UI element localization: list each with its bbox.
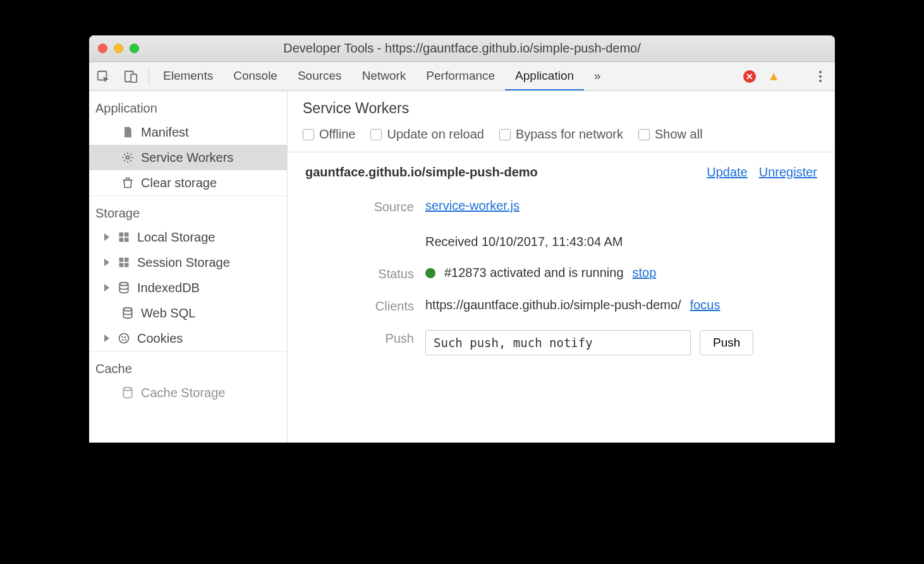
clients-label: Clients (305, 298, 425, 314)
offline-checkbox[interactable]: Offline (303, 127, 355, 142)
svg-point-12 (119, 283, 128, 286)
show-all-checkbox[interactable]: Show all (638, 127, 703, 142)
cookie-icon (117, 332, 131, 345)
status-text: #12873 activated and is running (444, 266, 624, 280)
client-url: https://gauntface.github.io/simple-push-… (425, 298, 681, 312)
sidebar-item-label: Cookies (137, 331, 183, 346)
sidebar-section-storage: Storage (89, 195, 287, 224)
tab-network[interactable]: Network (352, 62, 416, 90)
tab-console[interactable]: Console (223, 62, 288, 90)
more-menu-icon[interactable] (811, 71, 830, 82)
devtools-window: Developer Tools - https://gauntface.gith… (89, 35, 835, 443)
svg-rect-11 (125, 263, 129, 267)
tab-performance[interactable]: Performance (416, 62, 505, 90)
sidebar-item-session-storage[interactable]: Session Storage (89, 250, 287, 275)
svg-point-17 (122, 339, 124, 341)
titlebar: Developer Tools - https://gauntface.gith… (89, 35, 835, 62)
sidebar-item-web-sql[interactable]: Web SQL (89, 300, 287, 326)
service-worker-options: Offline Update on reload Bypass for netw… (303, 127, 820, 142)
focus-link[interactable]: focus (690, 298, 720, 312)
panel-header: Service Workers Offline Update on reload… (288, 91, 835, 152)
tab-application[interactable]: Application (505, 62, 584, 90)
sidebar-item-label: Session Storage (137, 255, 230, 270)
grid-icon (117, 231, 131, 243)
separator (149, 67, 149, 85)
svg-rect-8 (119, 258, 124, 262)
caret-right-icon (104, 334, 109, 342)
sidebar-item-label: Clear storage (141, 176, 217, 190)
update-link[interactable]: Update (707, 165, 748, 180)
device-toolbar-icon[interactable] (117, 62, 145, 90)
svg-rect-5 (125, 233, 129, 237)
database-icon (117, 281, 131, 294)
svg-point-18 (125, 339, 126, 341)
sw-origin: gauntface.github.io/simple-push-demo (305, 165, 538, 180)
svg-rect-2 (131, 74, 137, 82)
sidebar-item-service-workers[interactable]: Service Workers (89, 145, 287, 170)
sidebar-item-label: Local Storage (137, 230, 215, 245)
push-input[interactable] (425, 330, 691, 355)
inspect-element-icon[interactable] (89, 62, 117, 90)
status-dot-icon (425, 268, 435, 278)
database-icon (121, 386, 135, 399)
svg-point-15 (121, 336, 123, 338)
sidebar-item-manifest[interactable]: Manifest (89, 120, 287, 145)
sidebar-item-cookies[interactable]: Cookies (89, 326, 287, 351)
svg-point-16 (124, 336, 126, 338)
sidebar-section-application: Application (89, 91, 287, 120)
svg-point-13 (123, 308, 131, 311)
tab-elements[interactable]: Elements (153, 62, 223, 90)
caret-right-icon (104, 233, 109, 241)
main-panel: Service Workers Offline Update on reload… (288, 91, 835, 443)
status-label: Status (305, 266, 425, 281)
svg-point-3 (126, 156, 130, 159)
svg-point-19 (123, 388, 131, 391)
tabbar: Elements Console Sources Network Perform… (89, 62, 835, 91)
sidebar-item-label: Cache Storage (141, 386, 225, 400)
sidebar-item-indexeddb[interactable]: IndexedDB (89, 275, 287, 300)
svg-point-14 (119, 334, 129, 343)
source-file-link[interactable]: service-worker.js (425, 199, 520, 213)
tabs: Elements Console Sources Network Perform… (153, 62, 611, 90)
svg-rect-6 (119, 238, 124, 242)
gear-icon (121, 151, 135, 164)
sidebar-item-label: Manifest (141, 125, 189, 140)
svg-rect-10 (119, 263, 124, 267)
caret-right-icon (104, 284, 109, 291)
trash-icon (121, 176, 135, 189)
tabs-overflow[interactable]: » (584, 62, 611, 90)
grid-icon (117, 256, 131, 269)
warning-icon[interactable]: ▲ (767, 69, 780, 83)
source-received-text: Received 10/10/2017, 11:43:04 AM (425, 235, 817, 249)
push-label: Push (305, 330, 425, 346)
service-worker-details: gauntface.github.io/simple-push-demo Upd… (288, 152, 835, 368)
stop-link[interactable]: stop (633, 266, 657, 280)
sidebar-item-cache-storage[interactable]: Cache Storage (89, 380, 287, 405)
sidebar: Application Manifest Service Workers Cle… (89, 91, 288, 443)
file-icon (121, 126, 135, 138)
bypass-network-checkbox[interactable]: Bypass for network (499, 127, 623, 142)
sidebar-item-label: Web SQL (141, 306, 195, 321)
unregister-link[interactable]: Unregister (759, 165, 817, 180)
sidebar-section-cache: Cache (89, 351, 287, 380)
panel-title: Service Workers (303, 100, 820, 117)
sidebar-item-local-storage[interactable]: Local Storage (89, 224, 287, 250)
caret-right-icon (104, 259, 109, 266)
tab-sources[interactable]: Sources (288, 62, 352, 90)
svg-rect-7 (125, 238, 129, 242)
push-button[interactable]: Push (700, 330, 753, 355)
sidebar-item-clear-storage[interactable]: Clear storage (89, 170, 287, 195)
sidebar-item-label: IndexedDB (137, 281, 200, 295)
update-on-reload-checkbox[interactable]: Update on reload (370, 127, 483, 142)
database-icon (121, 307, 135, 319)
svg-rect-4 (119, 233, 124, 237)
window-title: Developer Tools - https://gauntface.gith… (89, 41, 835, 56)
error-badge-icon[interactable]: ✕ (743, 70, 756, 83)
sidebar-item-label: Service Workers (141, 150, 233, 165)
svg-rect-9 (125, 258, 129, 262)
source-label: Source (305, 199, 425, 214)
